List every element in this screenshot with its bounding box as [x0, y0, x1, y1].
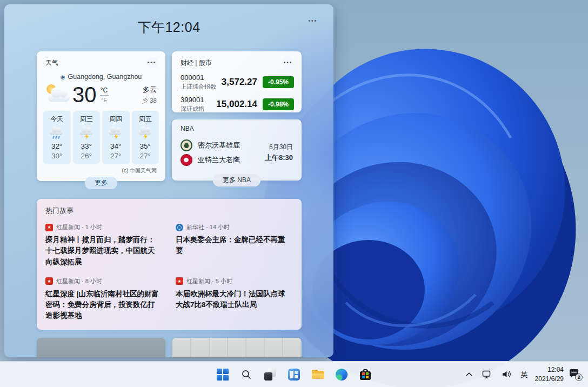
nba-widget[interactable]: NBA 密尔沃基雄鹿 亚特兰大老鹰 6月30日 上午8:30	[172, 119, 302, 181]
widgets-panel: 下午12:04 ••• 天气 ••• ◉ Guangdong, Guangzho…	[4, 4, 333, 357]
rain-icon	[49, 127, 65, 140]
nba-title: NBA	[181, 125, 194, 132]
network-icon	[482, 370, 492, 379]
finance-menu-button[interactable]: •••	[282, 57, 294, 69]
ellipsis-icon: •••	[148, 60, 157, 65]
weather-aqi: 彡 38	[142, 97, 157, 105]
news-item[interactable]: 新华社 · 14 小时 日本奥委会主席：金牌已经不再重要	[176, 223, 290, 268]
news-thumbnail-card[interactable]	[37, 338, 165, 357]
stock-change-badge: -0.95%	[263, 76, 294, 88]
panel-clock: 下午12:04	[4, 18, 333, 36]
ime-indicator[interactable]: 英	[519, 368, 530, 382]
celsius-label[interactable]: °C	[101, 86, 108, 94]
network-button[interactable]	[480, 368, 495, 381]
stock-row[interactable]: 399001 深证成指 15,002.14 -0.98%	[172, 91, 302, 113]
unit-divider	[100, 95, 109, 96]
thunderstorm-icon	[108, 127, 124, 140]
hawks-logo-icon	[181, 154, 192, 166]
forecast-row: 今天 32° 30° 周三 33° 26° 周四 34° 27°	[37, 105, 165, 164]
bucks-logo-icon	[181, 139, 192, 151]
task-view-button[interactable]	[259, 364, 281, 385]
stock-name: 上证综合指数	[181, 83, 216, 91]
location-pin-icon: ◉	[61, 74, 65, 80]
hongxing-news-icon: ★	[45, 224, 53, 231]
hongxing-news-icon: ★	[45, 277, 53, 285]
stories-title: 热门故事	[37, 199, 302, 216]
news-meta: 红星新闻 · 5 小时	[186, 277, 232, 285]
unit-toggle[interactable]: °C °F	[100, 86, 109, 103]
edge-icon	[336, 369, 348, 381]
tray-overflow-button[interactable]	[463, 369, 475, 380]
edge-button[interactable]	[331, 364, 352, 385]
stock-value: 15,002.14	[216, 99, 257, 110]
windows-logo-icon	[217, 369, 229, 381]
chevron-up-icon	[465, 371, 473, 378]
news-item[interactable]: ★ 红星新闻 · 1 小时 探月精神丨揽月而归，踏梦而行：十七载探月梦照进现实，…	[45, 223, 159, 268]
volume-button[interactable]	[499, 368, 514, 381]
stock-code: 000001	[181, 74, 216, 82]
finance-title: 财经 | 股市	[181, 58, 212, 68]
ellipsis-icon: •••	[284, 60, 293, 65]
forecast-day[interactable]: 周五 35° 27°	[132, 111, 159, 164]
search-button[interactable]	[236, 364, 257, 385]
forecast-day[interactable]: 周三 33° 26°	[73, 111, 101, 164]
team-row: 亚特兰大老鹰	[181, 154, 240, 166]
current-temperature: 30	[72, 84, 97, 105]
notification-badge: 2	[575, 373, 583, 381]
panel-menu-button[interactable]: •••	[305, 13, 320, 27]
team-row: 密尔沃基雄鹿	[181, 139, 240, 151]
weather-more-button[interactable]: 更多	[85, 177, 117, 189]
file-explorer-button[interactable]	[307, 364, 329, 385]
search-icon	[240, 369, 252, 381]
game-date: 6月30日	[265, 143, 293, 152]
notification-center-button[interactable]: 2	[569, 368, 583, 381]
team-name: 密尔沃基雄鹿	[198, 141, 240, 150]
fahrenheit-label[interactable]: °F	[101, 97, 107, 103]
weather-title: 天气	[45, 58, 58, 68]
top-stories-widget: 热门故事 ★ 红星新闻 · 1 小时 探月精神丨揽月而归，踏梦而行：十七载探月梦…	[37, 199, 302, 330]
weather-location[interactable]: ◉ Guangdong, Guangzhou	[37, 73, 165, 81]
news-headline: 探月精神丨揽月而归，踏梦而行：十七载探月梦照进现实，中国航天向纵深拓展	[45, 235, 159, 268]
start-button[interactable]	[212, 364, 233, 385]
news-headline: 日本奥委会主席：金牌已经不再重要	[176, 235, 290, 257]
folder-icon	[312, 370, 324, 379]
news-headline: 本届欧洲杯最大冷门！法国队点球大战7比8不敌瑞士队出局	[176, 289, 290, 311]
news-thumbnail-card[interactable]	[172, 338, 302, 357]
ellipsis-icon: •••	[308, 18, 317, 24]
xinhua-news-icon	[176, 224, 183, 231]
store-button[interactable]	[355, 364, 376, 385]
news-meta: 新华社 · 14 小时	[186, 223, 230, 231]
game-time: 上午8:30	[265, 153, 293, 163]
stock-change-badge: -0.98%	[263, 98, 294, 110]
thunderstorm-icon	[137, 127, 153, 140]
news-headline: 红星深度 |山东临沂南村社区的财富密码：免费分房背后，投资数亿打造影视基地	[45, 289, 159, 322]
team-name: 亚特兰大老鹰	[198, 155, 240, 165]
thunderstorm-icon	[78, 127, 95, 140]
weather-widget[interactable]: 天气 ••• ◉ Guangdong, Guangzhou 30 °C °F 多…	[37, 51, 165, 181]
forecast-day[interactable]: 周四 34° 27°	[102, 111, 130, 164]
widgets-button[interactable]	[283, 364, 305, 385]
tray-date: 2021/6/29	[535, 375, 564, 383]
speaker-icon	[502, 370, 512, 378]
tray-clock[interactable]: 12:04 2021/6/29	[535, 365, 564, 383]
stock-value: 3,572.27	[222, 77, 257, 88]
news-item[interactable]: ★ 红星新闻 · 5 小时 本届欧洲杯最大冷门！法国队点球大战7比8不敌瑞士队出…	[176, 277, 290, 322]
finance-widget[interactable]: 财经 | 股市 ••• 000001 上证综合指数 3,572.27 -0.95…	[172, 51, 302, 112]
hongxing-news-icon: ★	[176, 277, 183, 285]
news-meta: 红星新闻 · 1 小时	[56, 223, 102, 231]
nba-more-button[interactable]: 更多 NBA	[213, 174, 260, 186]
microsoft-store-icon	[360, 369, 371, 380]
weather-location-label: Guangdong, Guangzhou	[68, 73, 142, 81]
widgets-icon	[288, 369, 300, 381]
partly-cloudy-icon	[46, 85, 74, 104]
stock-name: 深证成指	[181, 105, 204, 113]
weather-menu-button[interactable]: •••	[146, 57, 158, 69]
stock-code: 399001	[181, 96, 204, 104]
stock-row[interactable]: 000001 上证综合指数 3,572.27 -0.95%	[172, 69, 302, 91]
desktop: 下午12:04 ••• 天气 ••• ◉ Guangdong, Guangzho…	[0, 0, 588, 387]
weather-attribution: (c) 中国天气网	[37, 164, 165, 175]
news-item[interactable]: ★ 红星新闻 · 8 小时 红星深度 |山东临沂南村社区的财富密码：免费分房背后…	[45, 277, 159, 322]
forecast-day[interactable]: 今天 32° 30°	[43, 111, 71, 164]
task-view-icon	[264, 369, 276, 381]
tray-time: 12:04	[535, 365, 564, 374]
